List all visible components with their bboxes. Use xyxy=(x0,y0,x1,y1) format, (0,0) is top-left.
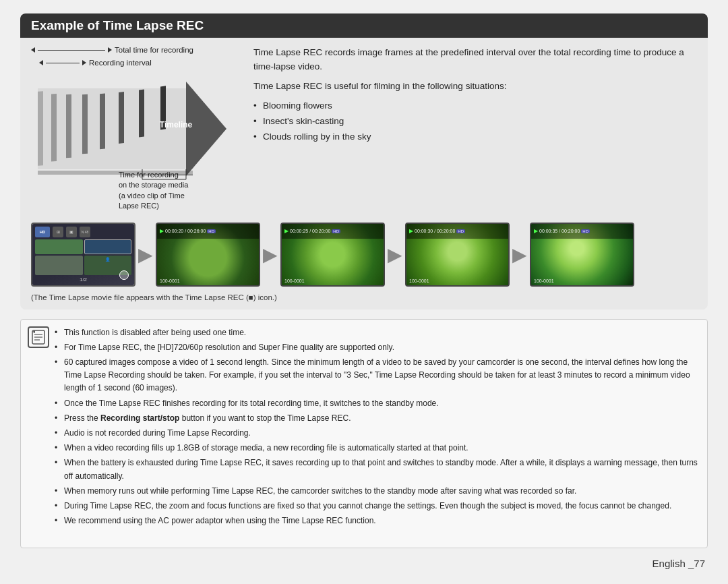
note-item-6: Audio is not recorded during Time Lapse … xyxy=(55,427,698,440)
hd-icon: HD xyxy=(35,227,50,237)
play-icon-4: ▶ xyxy=(534,228,538,234)
interval-label-row: Recording interval xyxy=(39,59,240,67)
note-svg-icon xyxy=(31,330,46,345)
bullet-2: Insect's skin-casting xyxy=(253,115,697,129)
interval-line xyxy=(46,63,80,63)
note-item-5: Press the Recording start/stop button if… xyxy=(55,412,698,425)
cam-thumb-grid: 👤 xyxy=(35,239,131,275)
top-box: Example of Time Lapse REC Total time for… xyxy=(20,13,708,310)
thumb-flower-4: ▶ 00:00:35 / 00:20:00 HD 100-0001 xyxy=(530,223,634,287)
interval-arrow-end-icon xyxy=(82,60,86,65)
cam-icon1: ⊞ xyxy=(53,227,63,237)
diagram-area: Total time for recording Recording inter… xyxy=(31,46,240,212)
flower-overlay-3: ▶ 00:00:30 / 00:20:00 HD xyxy=(406,224,508,239)
page-title: Example of Time Lapse REC xyxy=(20,13,708,38)
page-num: 1/2 xyxy=(35,276,131,283)
flower-overlay-2: ▶ 00:00:25 / 00:20:00 HD xyxy=(282,224,384,239)
note-item-4: Once the Time Lapse REC finishes recordi… xyxy=(55,397,698,410)
cam-thumb-1 xyxy=(35,239,83,254)
bullet-1: Blooming flowers xyxy=(253,99,697,113)
arrow-start-icon xyxy=(31,47,35,53)
total-time-label-row: Total time for recording xyxy=(31,46,240,54)
note-item-11: We recommend using the AC power adaptor … xyxy=(55,515,698,527)
note-item-2: For Time Lapse REC, the [HD]720/60p reso… xyxy=(55,341,698,354)
arrow-3: ▶ xyxy=(388,243,402,266)
note-item-9: When memory runs out while performing Ti… xyxy=(55,485,698,498)
bullet-3: Clouds rolling by in the sky xyxy=(253,130,697,144)
hd-badge-4: HD xyxy=(581,229,590,233)
file-id-3: 100-0001 xyxy=(409,279,429,283)
arrow-4: ▶ xyxy=(512,243,527,266)
svg-rect-7 xyxy=(119,92,124,144)
svg-rect-3 xyxy=(51,94,57,161)
strip-caption-area: (The Time Lapse movie file appears with … xyxy=(20,291,708,310)
hd-badge-3: HD xyxy=(456,229,465,233)
file-id-4: 100-0001 xyxy=(534,279,554,283)
time-lapse-diagram: Timeline xyxy=(31,71,226,186)
note-icon xyxy=(28,326,49,348)
footer: English _77 xyxy=(20,558,708,571)
flower-image-2: ▶ 00:00:25 / 00:20:00 HD 100-0001 xyxy=(282,224,384,285)
note-item-7: When a video recording fills up 1.8GB of… xyxy=(55,442,698,455)
thumb-flower-1: ▶ 00:00:20 / 00:26:00 HD 100-0001 xyxy=(156,223,260,287)
image-strip-row: HD ⊞ ▣ N 48 👤 1/2 xyxy=(20,220,708,291)
time-2: 00:00:25 / 00:20:00 xyxy=(290,229,330,233)
thumb-camera-ui: HD ⊞ ▣ N 48 👤 1/2 xyxy=(31,223,135,287)
svg-rect-4 xyxy=(66,94,71,158)
footer-text: English _77 xyxy=(653,558,705,569)
note-item-3: 60 captured images compose a video of 1 … xyxy=(55,356,698,395)
arrow-1: ▶ xyxy=(138,243,153,266)
flower-image-4: ▶ 00:00:35 / 00:20:00 HD 100-0001 xyxy=(531,224,633,285)
bold-text-recording: Recording start/stop xyxy=(100,413,179,423)
top-box-content: Total time for recording Recording inter… xyxy=(20,38,708,220)
strip-caption: (The Time Lapse movie file appears with … xyxy=(31,293,277,301)
hd-badge-1: HD xyxy=(207,229,216,233)
svg-rect-5 xyxy=(82,94,88,154)
play-icon-3: ▶ xyxy=(409,228,413,234)
cam-cursor xyxy=(119,270,129,280)
time-for-recording-label: Time for recording on the storage media … xyxy=(119,170,240,212)
desc-para2: Time Lapse REC is useful for filming in … xyxy=(253,80,697,94)
cam-icon3: N 48 xyxy=(80,227,90,237)
play-icon-2: ▶ xyxy=(284,228,289,234)
thumb-person-icon: 👤 xyxy=(84,257,132,262)
total-time-label: Total time for recording xyxy=(115,46,193,54)
time-4: 00:00:35 / 00:20:00 xyxy=(539,229,580,233)
label-line-total xyxy=(38,50,105,51)
thumb-flower-3: ▶ 00:00:30 / 00:20:00 HD 100-0001 xyxy=(405,223,510,287)
thumb-flower-2: ▶ 00:00:25 / 00:20:00 HD 100-0001 xyxy=(280,223,385,287)
time-1: 00:00:20 / 00:26:00 xyxy=(165,229,206,233)
note-item-1: This function is disabled after being us… xyxy=(55,326,698,339)
interval-arrow-start-icon xyxy=(39,60,43,65)
svg-rect-8 xyxy=(139,89,144,137)
svg-rect-6 xyxy=(100,93,105,149)
arrow-end-icon xyxy=(108,47,112,53)
cam-thumb-2 xyxy=(84,239,132,254)
hd-badge-2: HD xyxy=(332,229,340,233)
note-item-8: When the battery is exhausted during Tim… xyxy=(55,457,698,482)
note-item-10: During Time Lapse REC, the zoom and focu… xyxy=(55,500,698,513)
note-list: This function is disabled after being us… xyxy=(55,326,698,528)
text-area: Time Lapse REC records image frames at t… xyxy=(253,46,697,212)
bottom-notes: This function is disabled after being us… xyxy=(20,319,708,548)
desc-para1: Time Lapse REC records image frames at t… xyxy=(253,46,697,74)
flower-image-3: ▶ 00:00:30 / 00:20:00 HD 100-0001 xyxy=(406,224,508,285)
svg-rect-2 xyxy=(38,91,43,165)
situation-list: Blooming flowers Insect's skin-casting C… xyxy=(253,99,697,144)
file-id-2: 100-0001 xyxy=(284,279,305,283)
timeline-text: Timeline xyxy=(160,120,193,129)
cam-thumb-3 xyxy=(35,256,83,275)
time-3: 00:00:30 / 00:20:00 xyxy=(415,229,455,233)
flower-image-1: ▶ 00:00:20 / 00:26:00 HD 100-0001 xyxy=(157,224,259,285)
flower-overlay-1: ▶ 00:00:20 / 00:26:00 HD xyxy=(157,224,259,239)
file-id-1: 100-0001 xyxy=(160,279,180,283)
cam-icon2: ▣ xyxy=(66,227,77,237)
interval-label: Recording interval xyxy=(89,59,152,67)
arrow-2: ▶ xyxy=(263,243,278,266)
play-icon-1: ▶ xyxy=(160,228,164,234)
page: Example of Time Lapse REC Total time for… xyxy=(0,0,728,584)
flower-overlay-4: ▶ 00:00:35 / 00:20:00 HD xyxy=(531,224,633,239)
